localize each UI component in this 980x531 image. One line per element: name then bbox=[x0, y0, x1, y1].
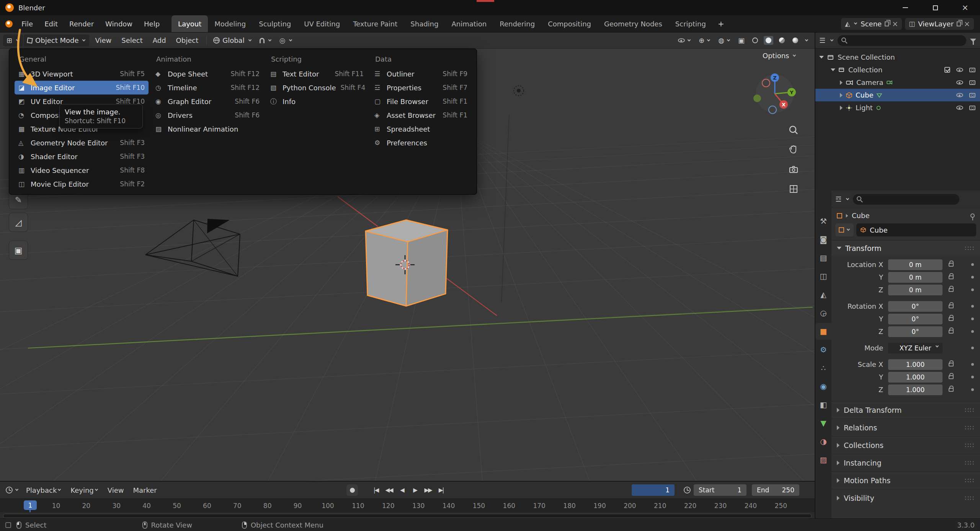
timeline-ruler[interactable]: 1020304050607080901001101201301401501601… bbox=[0, 498, 815, 512]
workspace-tab[interactable]: UV Editing bbox=[297, 15, 346, 32]
start-frame-field[interactable]: Start 1 bbox=[694, 484, 746, 496]
prev-keyframe-button[interactable]: ◀◀ bbox=[382, 484, 395, 496]
editor-menu-item[interactable]: ☰ Outliner Shift F9 bbox=[371, 67, 471, 81]
blender-menu-icon[interactable] bbox=[5, 20, 13, 28]
new-viewlayer-icon[interactable] bbox=[957, 21, 961, 26]
animate-dot-icon[interactable] bbox=[971, 288, 974, 291]
viewport-menu-item[interactable]: Select bbox=[116, 36, 148, 44]
filter-icon[interactable] bbox=[970, 39, 976, 42]
properties-section-header[interactable]: Delta Transform ∷∷ bbox=[831, 401, 980, 419]
tab-material[interactable]: ◑ bbox=[815, 433, 831, 450]
outliner-editor-icon[interactable]: ☰ bbox=[819, 36, 825, 44]
zoom-button[interactable] bbox=[787, 124, 800, 137]
transform-value-field[interactable]: 0 m bbox=[888, 259, 942, 270]
editor-menu-item[interactable]: ◷ Timeline Shift F12 bbox=[152, 81, 263, 94]
editor-menu-item[interactable]: ◬ Geometry Node Editor Shift F3 bbox=[15, 136, 149, 150]
play-reverse-button[interactable]: ◀ bbox=[395, 484, 408, 496]
light-object[interactable] bbox=[514, 86, 524, 96]
pan-button[interactable] bbox=[787, 143, 800, 156]
transform-value-field[interactable]: XYZ Euler bbox=[888, 343, 942, 353]
animate-dot-icon[interactable] bbox=[971, 363, 974, 366]
hide-eye-icon[interactable] bbox=[956, 80, 963, 85]
properties-search-input[interactable] bbox=[853, 194, 959, 205]
lock-icon[interactable] bbox=[949, 263, 954, 267]
unlink-scene-icon[interactable]: × bbox=[892, 21, 898, 26]
properties-section-header[interactable]: Visibility ∷∷ bbox=[831, 489, 980, 507]
current-frame-field[interactable]: 1 bbox=[632, 484, 675, 496]
scrollbar-handle[interactable] bbox=[3, 514, 812, 518]
add-workspace-button[interactable]: + bbox=[712, 19, 730, 28]
transform-value-field[interactable]: 0 m bbox=[888, 272, 942, 283]
proportional-editing-button[interactable]: ◎ bbox=[276, 34, 296, 46]
tab-texture[interactable]: ▨ bbox=[815, 451, 831, 468]
viewport-menu-item[interactable]: View bbox=[90, 36, 116, 44]
editor-menu-item[interactable]: ▦ 3D Viewport Shift F5 bbox=[15, 67, 149, 81]
viewlayer-selector[interactable]: ◫ ViewLayer × bbox=[905, 18, 974, 30]
disable-render-icon[interactable] bbox=[969, 93, 975, 98]
drag-grip-icon[interactable]: ∷∷ bbox=[965, 477, 975, 484]
animate-dot-icon[interactable] bbox=[971, 376, 974, 378]
workspace-tab[interactable]: Rendering bbox=[493, 15, 541, 32]
camera-view-button[interactable] bbox=[787, 163, 800, 176]
timeline-menu-item[interactable]: Marker bbox=[129, 486, 162, 494]
drag-grip-icon[interactable]: ∷∷ bbox=[965, 244, 975, 252]
remove-viewlayer-icon[interactable]: × bbox=[964, 21, 970, 26]
workspace-tab[interactable]: Sculpting bbox=[252, 15, 297, 32]
tab-output[interactable]: ▤ bbox=[815, 249, 831, 266]
workspace-tab[interactable]: Geometry Nodes bbox=[598, 15, 669, 32]
animate-dot-icon[interactable] bbox=[971, 318, 974, 320]
axis-minus-y-ball[interactable] bbox=[753, 94, 761, 102]
disable-render-icon[interactable] bbox=[969, 106, 975, 110]
mode-dropdown[interactable]: Object Mode bbox=[24, 34, 89, 46]
editor-menu-item[interactable]: ⊞ Spreadsheet bbox=[371, 122, 471, 136]
shading-material-button[interactable] bbox=[777, 36, 787, 45]
properties-section-header[interactable]: Instancing ∷∷ bbox=[831, 454, 980, 471]
menu-item[interactable]: Edit bbox=[39, 20, 64, 28]
workspace-tab[interactable]: Modeling bbox=[208, 15, 252, 32]
editor-menu-item[interactable]: ▨ Nonlinear Animation bbox=[152, 122, 263, 136]
workspace-tab[interactable]: Texture Paint bbox=[346, 15, 404, 32]
tab-modifiers[interactable]: ⚙ bbox=[815, 341, 831, 358]
shading-rendered-button[interactable] bbox=[791, 36, 800, 45]
properties-section-header[interactable]: Motion Paths ∷∷ bbox=[831, 471, 980, 489]
editor-menu-item[interactable]: ☲ Properties Shift F7 bbox=[371, 81, 471, 94]
animate-dot-icon[interactable] bbox=[971, 276, 974, 279]
timeline-menu-item[interactable]: Keying bbox=[66, 486, 103, 494]
properties-editor-icon[interactable]: ☲ bbox=[835, 195, 841, 203]
lock-icon[interactable] bbox=[949, 317, 954, 321]
tab-view-layer[interactable]: ◫ bbox=[815, 268, 831, 285]
xray-toggle[interactable]: ▣ bbox=[736, 35, 746, 46]
animate-dot-icon[interactable] bbox=[971, 347, 974, 349]
disable-render-icon[interactable] bbox=[969, 68, 975, 72]
viewport-menu-item[interactable]: Add bbox=[148, 36, 171, 44]
hide-eye-icon[interactable] bbox=[956, 68, 963, 72]
tab-particles[interactable]: ∴ bbox=[815, 360, 831, 376]
timeline-menu-item[interactable]: View bbox=[103, 486, 129, 494]
menu-item[interactable]: File bbox=[16, 20, 39, 28]
drag-grip-icon[interactable]: ∷∷ bbox=[965, 406, 975, 414]
transform-value-field[interactable]: 0° bbox=[888, 301, 942, 312]
lock-icon[interactable] bbox=[949, 275, 954, 279]
editor-menu-item[interactable]: ◈ Asset Browser Shift F1 bbox=[371, 108, 471, 122]
auto-keying-button[interactable] bbox=[346, 484, 358, 496]
shading-solid-button[interactable] bbox=[764, 36, 773, 45]
menu-item[interactable]: Window bbox=[100, 20, 138, 28]
measure-tool[interactable]: ◿ bbox=[9, 213, 28, 232]
editor-menu-item[interactable]: ▧ Python Console Shift F4 bbox=[266, 81, 368, 94]
disclosure-down-icon[interactable] bbox=[819, 56, 824, 59]
outliner-row-scene-collection[interactable]: Scene Collection bbox=[815, 51, 980, 64]
editor-menu-item[interactable]: ◪ Image Editor Shift F10 bbox=[15, 81, 149, 94]
animate-dot-icon[interactable] bbox=[971, 305, 974, 308]
current-frame-marker[interactable]: 1 bbox=[24, 500, 37, 510]
editor-menu-item[interactable]: ◑ Shader Editor Shift F3 bbox=[15, 150, 149, 163]
id-type-button[interactable] bbox=[835, 223, 854, 236]
visibility-dropdown[interactable] bbox=[676, 37, 693, 44]
jump-to-end-button[interactable]: ▶| bbox=[434, 484, 448, 496]
tab-constraints[interactable]: ◧ bbox=[815, 396, 831, 413]
editor-menu-item[interactable]: ▢ File Browser Shift F1 bbox=[371, 94, 471, 108]
outliner-search-input[interactable] bbox=[838, 35, 966, 46]
perspective-toggle-button[interactable] bbox=[787, 182, 800, 195]
transform-section-header[interactable]: Transform ∷∷ bbox=[831, 240, 980, 256]
editor-type-button[interactable]: ⊞ bbox=[3, 34, 23, 46]
outliner-row-camera[interactable]: Camera bbox=[815, 76, 980, 89]
